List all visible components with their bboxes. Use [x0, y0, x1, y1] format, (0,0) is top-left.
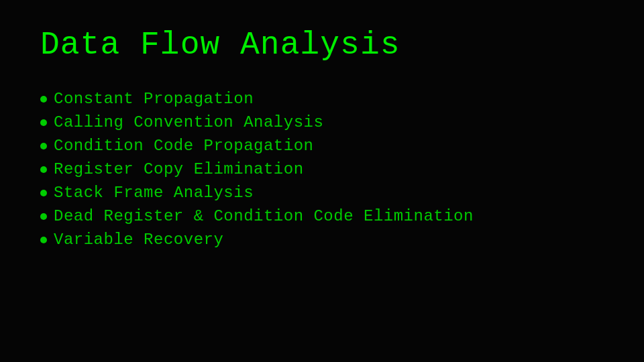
bullet-text-2: Condition Code Propagation	[54, 137, 313, 155]
bullet-item: Stack Frame Analysis	[40, 184, 604, 202]
bullet-item: Register Copy Elimination	[40, 160, 604, 178]
bullet-item: Constant Propagation	[40, 90, 604, 108]
bullet-text-6: Variable Recovery	[54, 231, 223, 249]
bullet-item: Condition Code Propagation	[40, 137, 604, 155]
bullet-dot	[40, 213, 47, 220]
bullet-dot	[40, 119, 47, 126]
slide-title: Data Flow Analysis	[40, 27, 604, 63]
bullet-dot	[40, 166, 47, 173]
bullet-text-1: Calling Convention Analysis	[54, 113, 323, 131]
bullet-item: Variable Recovery	[40, 231, 604, 249]
bullet-text-4: Stack Frame Analysis	[54, 184, 254, 202]
bullet-item: Calling Convention Analysis	[40, 113, 604, 131]
bullet-text-0: Constant Propagation	[54, 90, 254, 108]
bullet-dot	[40, 237, 47, 243]
bullet-dot	[40, 190, 47, 196]
bullet-dot	[40, 96, 47, 103]
bullet-list: Constant PropagationCalling Convention A…	[40, 90, 604, 249]
bullet-item: Dead Register & Condition Code Eliminati…	[40, 207, 604, 225]
bullet-dot	[40, 143, 47, 149]
bullet-text-3: Register Copy Elimination	[54, 160, 304, 178]
bullet-text-5: Dead Register & Condition Code Eliminati…	[54, 207, 474, 225]
slide: Data Flow Analysis Constant PropagationC…	[0, 0, 644, 362]
